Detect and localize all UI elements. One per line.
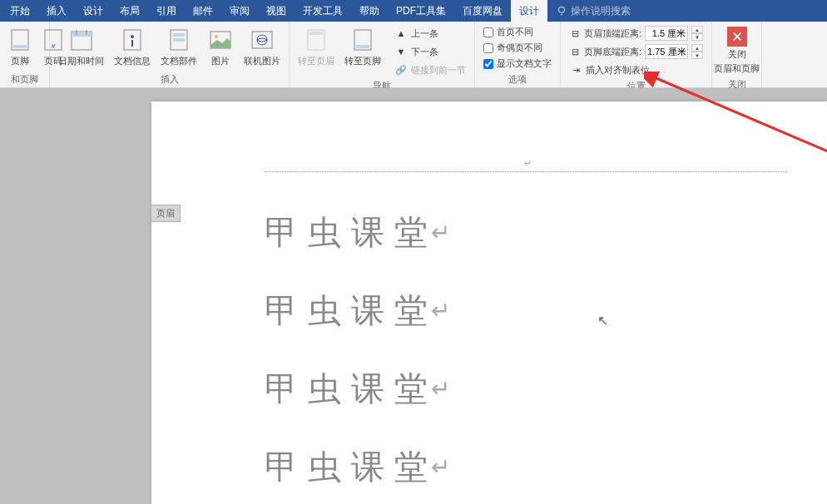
prev-icon: ▲	[394, 27, 408, 40]
header-top-label: 页眉顶端距离:	[584, 27, 641, 40]
footer-bottom-row: ⊟ 页脚底端距离: ▲ ▼	[566, 43, 706, 60]
menu-header-design[interactable]: 设计	[511, 0, 547, 22]
insert-align-tab-label: 插入对齐制表位	[586, 64, 650, 77]
show-doc-text-input[interactable]	[483, 59, 493, 69]
body-line-3[interactable]: 甲虫课堂↵	[265, 366, 460, 412]
header-top-row: ⊟ 页眉顶端距离: ▲ ▼	[566, 25, 706, 42]
group-options-label: 选项	[480, 72, 555, 86]
link-prev-label: 链接到前一节	[411, 64, 466, 77]
docparts-icon	[169, 28, 189, 52]
docinfo-button[interactable]: 文档信息	[111, 25, 154, 69]
svg-rect-20	[310, 32, 323, 35]
menu-review[interactable]: 审阅	[221, 0, 258, 22]
menu-insert[interactable]: 插入	[38, 0, 75, 22]
first-page-diff-checkbox[interactable]: 首页不同	[480, 25, 555, 39]
menu-view[interactable]: 视图	[258, 0, 295, 22]
next-section-button[interactable]: ▼ 下一条	[391, 43, 469, 60]
picture-button[interactable]: 图片	[204, 25, 237, 69]
menu-design[interactable]: 设计	[75, 0, 111, 22]
online-picture-label: 联机图片	[244, 55, 280, 67]
menu-help[interactable]: 帮助	[351, 0, 388, 22]
footer-label: 页脚	[11, 55, 29, 67]
prev-section-button[interactable]: ▲ 上一条	[391, 25, 469, 42]
svg-rect-14	[173, 38, 185, 42]
svg-rect-13	[173, 33, 185, 37]
odd-even-diff-input[interactable]	[483, 43, 493, 53]
docinfo-label: 文档信息	[114, 55, 151, 67]
svg-point-10	[131, 35, 134, 38]
footer-icon	[10, 28, 30, 52]
show-doc-text-checkbox[interactable]: 显示文档文字	[480, 57, 555, 71]
svg-rect-2	[13, 45, 27, 48]
menu-pdf[interactable]: PDF工具集	[388, 0, 454, 22]
menu-layout[interactable]: 布局	[111, 0, 148, 22]
goto-footer-button[interactable]: 转至页脚	[341, 25, 384, 69]
goto-header-label: 转至页眉	[298, 55, 334, 67]
body-line-1[interactable]: 甲虫课堂↵	[265, 210, 460, 255]
menu-bar: 开始 插入 设计 布局 引用 邮件 审阅 视图 开发工具 帮助 PDF工具集 百…	[0, 0, 827, 22]
svg-point-0	[559, 7, 565, 12]
svg-rect-6	[72, 32, 92, 37]
docparts-button[interactable]: 文档部件	[157, 25, 201, 69]
menu-start[interactable]: 开始	[2, 0, 38, 22]
next-icon: ▼	[394, 45, 408, 58]
online-picture-icon	[250, 30, 274, 50]
group-header-footer-label: 和页脚	[5, 72, 44, 86]
document-area: ↵ 页眉 甲虫课堂↵ 甲虫课堂↵ 甲虫课堂↵ 甲虫课堂↵ ↖	[0, 88, 827, 504]
picture-label: 图片	[211, 55, 230, 67]
goto-header-button[interactable]: 转至页眉	[295, 25, 338, 69]
svg-rect-22	[356, 45, 369, 48]
svg-point-18	[257, 35, 267, 45]
header-boundary	[265, 171, 787, 172]
odd-even-diff-label: 奇偶页不同	[497, 42, 542, 54]
datetime-label: 日期和时间	[58, 55, 104, 67]
svg-point-16	[215, 35, 218, 38]
body-line-2[interactable]: 甲虫课堂↵	[265, 288, 460, 334]
insert-align-tab-button[interactable]: ⇥ 插入对齐制表位	[566, 62, 706, 78]
close-header-footer-button[interactable]: 关闭 页眉和页脚	[717, 25, 756, 77]
header-tag: 页眉	[151, 205, 181, 222]
footer-bottom-icon: ⊟	[569, 46, 581, 57]
footer-bottom-label: 页脚底端距离:	[584, 46, 641, 58]
docinfo-icon	[122, 28, 142, 52]
page[interactable]: ↵ 页眉 甲虫课堂↵ 甲虫课堂↵ 甲虫课堂↵ 甲虫课堂↵ ↖	[151, 101, 827, 504]
header-top-up[interactable]: ▲	[691, 26, 703, 33]
close-label-2: 页眉和页脚	[714, 62, 760, 75]
menu-references[interactable]: 引用	[148, 0, 185, 22]
close-x-icon	[731, 31, 743, 42]
datetime-button[interactable]: 日期和时间	[55, 25, 107, 69]
footer-bottom-down[interactable]: ▼	[691, 52, 703, 59]
first-page-diff-label: 首页不同	[497, 26, 533, 38]
goto-footer-icon	[353, 28, 373, 52]
prev-label: 上一条	[411, 27, 438, 40]
header-top-input[interactable]	[645, 26, 688, 41]
online-picture-button[interactable]: 联机图片	[240, 25, 284, 69]
menu-mail[interactable]: 邮件	[185, 0, 221, 22]
header-top-down[interactable]: ▼	[691, 33, 703, 41]
first-page-diff-input[interactable]	[483, 27, 493, 37]
footer-bottom-input[interactable]	[645, 44, 688, 59]
docparts-label: 文档部件	[161, 55, 197, 67]
link-icon: 🔗	[394, 63, 408, 77]
menu-baidu[interactable]: 百度网盘	[454, 0, 511, 22]
footer-button[interactable]: 页脚	[5, 25, 35, 69]
picture-icon	[209, 30, 232, 50]
close-icon-box	[727, 27, 747, 47]
pilcrow-mark: ↵	[524, 158, 532, 169]
close-label-1: 关闭	[728, 48, 746, 61]
menu-devtools[interactable]: 开发工具	[295, 0, 351, 22]
footer-bottom-up[interactable]: ▲	[691, 44, 703, 52]
tell-me-search[interactable]: 操作说明搜索	[547, 4, 639, 18]
group-insert-label: 插入	[55, 72, 284, 86]
align-tab-icon: ⇥	[569, 63, 582, 77]
link-prev-button[interactable]: 🔗 链接到前一节	[391, 62, 469, 78]
lightbulb-icon	[556, 5, 567, 17]
next-label: 下一条	[411, 46, 438, 58]
goto-header-icon	[306, 28, 326, 52]
header-top-icon: ⊟	[569, 27, 581, 39]
tell-me-label: 操作说明搜索	[571, 4, 631, 18]
goto-footer-label: 转至页脚	[344, 55, 381, 67]
odd-even-diff-checkbox[interactable]: 奇偶页不同	[480, 41, 555, 55]
cursor-pointer: ↖	[597, 313, 608, 329]
body-line-4[interactable]: 甲虫课堂↵	[265, 444, 460, 490]
